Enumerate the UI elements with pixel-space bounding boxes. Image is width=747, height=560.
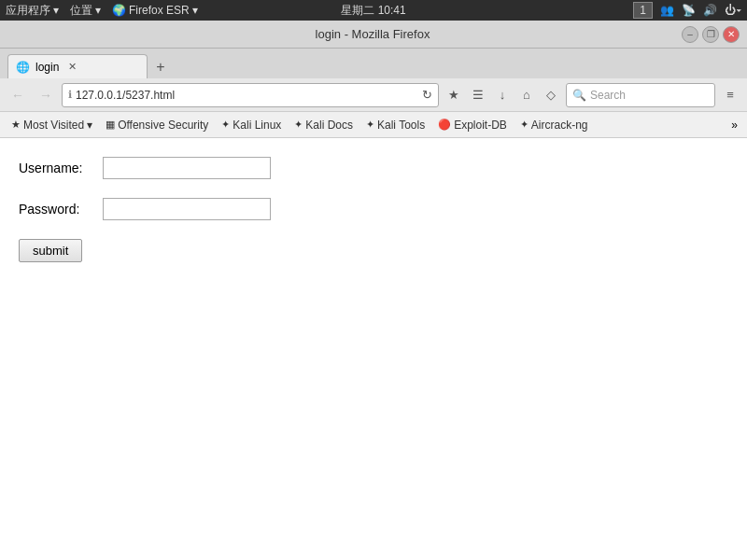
bookmark-label: Kali Docs bbox=[305, 119, 353, 132]
bookmark-exploit-db[interactable]: 🔴 Exploit-DB bbox=[432, 117, 513, 133]
firefox-menu[interactable]: 🌍 Firefox ESR ▾ bbox=[112, 3, 198, 19]
home-button[interactable]: ⌂ bbox=[515, 84, 538, 106]
bookmark-most-visited[interactable]: ★ Most Visited ▾ bbox=[6, 117, 98, 133]
new-tab-button[interactable]: + bbox=[149, 56, 172, 78]
bookmark-icon: ▦ bbox=[106, 119, 115, 131]
bookmark-label: Kali Tools bbox=[377, 119, 425, 132]
firefox-icon: 🌍 bbox=[112, 4, 126, 17]
bookmark-icon: ✦ bbox=[520, 119, 529, 131]
info-icon: ℹ bbox=[68, 89, 72, 101]
search-bar[interactable]: 🔍 Search bbox=[566, 83, 715, 107]
title-bar: login - Mozilla Firefox – ❐ ✕ bbox=[0, 21, 747, 49]
tab-close-button[interactable]: ✕ bbox=[68, 61, 77, 73]
star-button[interactable]: ★ bbox=[443, 84, 465, 106]
search-icon: 🔍 bbox=[572, 89, 586, 102]
bookmark-icon: ✦ bbox=[221, 119, 230, 131]
password-input[interactable] bbox=[103, 198, 271, 220]
workspace-indicator[interactable]: 1 bbox=[633, 2, 653, 19]
tab-label: login bbox=[35, 61, 59, 74]
bookmark-label: Exploit-DB bbox=[454, 119, 507, 132]
reload-button[interactable]: ↻ bbox=[422, 88, 432, 102]
system-bar: 应用程序 ▾ 位置 ▾ 🌍 Firefox ESR ▾ 星期二 10:41 1 … bbox=[0, 0, 747, 21]
bookmark-label: Offensive Security bbox=[118, 119, 208, 132]
page-content: Username: Password: submit bbox=[0, 138, 747, 560]
active-tab[interactable]: 🌐 login ✕ bbox=[7, 54, 148, 78]
bookmark-label: Kali Linux bbox=[233, 119, 281, 132]
bookmark-aircrack[interactable]: ✦ Aircrack-ng bbox=[514, 117, 594, 133]
download-button[interactable]: ↓ bbox=[491, 84, 514, 106]
bookmark-icon: ✦ bbox=[366, 119, 374, 131]
restore-button[interactable]: ❐ bbox=[702, 26, 719, 43]
forward-button[interactable]: → bbox=[34, 83, 58, 107]
tab-bar: 🌐 login ✕ + bbox=[0, 49, 747, 78]
window-title: login - Mozilla Firefox bbox=[63, 27, 682, 41]
volume-icon: 🔊 bbox=[703, 4, 717, 17]
bookmark-icon: ✦ bbox=[294, 119, 303, 131]
username-row: Username: bbox=[19, 157, 728, 179]
bookmark-label: Most Visited bbox=[23, 119, 84, 132]
username-label: Username: bbox=[19, 161, 103, 175]
submit-button[interactable]: submit bbox=[19, 239, 82, 262]
bookmark-label: Aircrack-ng bbox=[531, 119, 588, 132]
nav-bar: ← → ℹ 127.0.0.1/5237.html ↻ ★ ☰ ↓ ⌂ ◇ 🔍 … bbox=[0, 78, 747, 112]
minimize-button[interactable]: – bbox=[682, 26, 698, 43]
network-icon: 📡 bbox=[682, 4, 696, 17]
back-button[interactable]: ← bbox=[6, 83, 30, 107]
bookmark-star-icon: ★ bbox=[11, 119, 21, 131]
hamburger-menu[interactable]: ≡ bbox=[719, 84, 741, 106]
bookmarks-overflow[interactable]: » bbox=[727, 117, 741, 133]
url-text: 127.0.0.1/5237.html bbox=[76, 89, 418, 102]
users-icon: 👥 bbox=[660, 4, 674, 17]
close-button[interactable]: ✕ bbox=[723, 26, 740, 43]
power-menu[interactable]: ⏻▾ bbox=[725, 4, 741, 17]
search-placeholder: Search bbox=[590, 89, 626, 102]
bookmarks-bar: ★ Most Visited ▾ ▦ Offensive Security ✦ … bbox=[0, 112, 747, 138]
bookmark-kali-tools[interactable]: ✦ Kali Tools bbox=[360, 117, 430, 133]
bookmark-icon: 🔴 bbox=[438, 119, 451, 131]
password-label: Password: bbox=[19, 202, 103, 217]
bookmark-kali-linux[interactable]: ✦ Kali Linux bbox=[216, 117, 287, 133]
username-input[interactable] bbox=[103, 157, 271, 179]
app-menu[interactable]: 应用程序 ▾ bbox=[6, 3, 59, 19]
pocket-button[interactable]: ◇ bbox=[540, 84, 562, 106]
bookmark-offensive-security[interactable]: ▦ Offensive Security bbox=[100, 117, 214, 133]
reader-button[interactable]: ☰ bbox=[467, 84, 489, 106]
tab-favicon: 🌐 bbox=[16, 61, 30, 74]
password-row: Password: bbox=[19, 198, 728, 220]
url-bar[interactable]: ℹ 127.0.0.1/5237.html ↻ bbox=[62, 83, 439, 107]
datetime: 星期二 10:41 bbox=[341, 4, 405, 17]
places-menu[interactable]: 位置 ▾ bbox=[70, 3, 101, 19]
bookmark-kali-docs[interactable]: ✦ Kali Docs bbox=[289, 117, 359, 133]
